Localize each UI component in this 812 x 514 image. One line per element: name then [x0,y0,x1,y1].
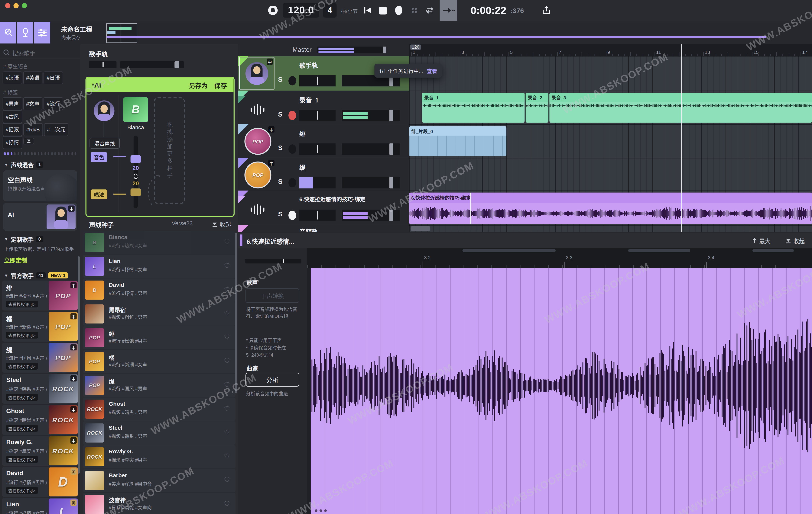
singer-card-缇[interactable]: 缇#流行 #国风 #男声 #查看授权许可>POP中 [2,343,78,372]
filter-tag[interactable]: #摇滚 [3,123,22,136]
editor-scrollbar-segment[interactable] [463,249,556,252]
skip-to-start-icon[interactable] [362,5,373,16]
maximize-window-button[interactable] [22,3,27,8]
singer-track-avatar[interactable]: 中 [239,57,274,89]
filter-tag[interactable]: #流行 [44,97,63,110]
notification-view-link[interactable]: 查看 [427,67,437,74]
license-link[interactable]: 查看授权许可> [6,363,38,370]
record-arm-button[interactable] [288,111,296,120]
language-tag[interactable]: #汉语 [3,71,22,84]
favorite-heart-icon[interactable]: ♡ [224,381,230,389]
metronome-icon[interactable] [267,5,279,16]
volume-slider[interactable] [342,210,400,221]
link-values-icon[interactable] [133,173,139,180]
project-name[interactable]: 未命名工程 [61,24,92,33]
volume-handle[interactable] [389,144,393,155]
close-window-button[interactable] [5,3,10,8]
favorite-heart-icon[interactable]: ♡ [224,405,230,413]
seeds-scrollbar[interactable] [235,233,237,393]
favorite-heart-icon[interactable]: ♡ [224,476,230,484]
master-fader-handle[interactable] [383,47,386,53]
license-link[interactable]: 查看授权许可> [6,394,38,401]
seed-avatar[interactable]: B [123,97,148,122]
add-seed-dropzone[interactable]: 拖拽添加更多种子 [154,97,185,204]
license-link[interactable]: 查看授权许可> [6,456,38,463]
microphone-tool-button[interactable] [17,22,33,43]
filter-tag[interactable]: #R&B [23,123,43,136]
playhead[interactable] [681,44,682,232]
minimize-window-button[interactable] [13,3,19,8]
voice-mix-section-header[interactable]: ▼ 声线混合 1 [4,160,76,169]
slider-handle[interactable] [174,61,179,68]
filter-tag[interactable]: #二次元 [44,123,68,136]
blank-voice-card[interactable]: 空白声线 拖拽以开始混合声线 [3,170,77,201]
singer-card-绯[interactable]: 绯#流行 #松弛 #男声 #查看授权许可>POP中 [2,280,78,310]
clip-purple[interactable]: 6.快速拉近感情的技巧-绑定 [409,192,812,224]
grid-dots-icon[interactable] [408,5,420,16]
track-header-6.快速拉近感情的技巧-绑定[interactable]: 6.快速拉近感情的技巧-绑定S [238,190,409,226]
singer-card-橘[interactable]: 橘#流行 #新潮 #女声 #查看授权许可>POP中 [2,311,78,341]
favorite-heart-icon[interactable]: ♡ [224,309,230,317]
solo-button[interactable]: S [278,144,283,152]
timbre-slider-handle[interactable] [130,155,141,163]
minimap-viewport[interactable] [106,23,137,43]
pan-slider[interactable] [299,75,336,86]
seed-item-Rowly G.[interactable]: ROCKRowly G.#摇滚 #厚实 #男声♡ [83,445,236,468]
mixer-sliders-button[interactable] [34,22,50,43]
license-link[interactable]: 查看授权许可> [6,487,38,494]
favorite-heart-icon[interactable]: ♡ [224,333,230,341]
seed-item-David[interactable]: DDavid#流行 #抒情 #男声♡ [83,278,236,302]
track-header-绯[interactable]: 绯POP中S [238,124,409,158]
seed-item-黑昂宿[interactable]: 黑昂宿#摇滚 #粗犷 #男声♡ [83,302,236,326]
seed-item-缇[interactable]: POP缇#流行 #国风 #男声♡ [83,374,236,397]
save-button[interactable]: 保存 [214,81,227,89]
favorite-heart-icon[interactable]: ♡ [224,286,230,294]
mix-balance-slider[interactable] [89,61,117,68]
singer-card-Rowly G.[interactable]: Rowly G.#摇滚 #厚实 #男声 #查看授权许可>ROCK中 [2,436,78,466]
mix-amount-slider[interactable] [120,61,184,68]
clip-rec2[interactable]: 录音_2 [526,93,548,123]
filter-tag[interactable]: #抒情 [3,136,22,149]
solo-button[interactable]: S [278,210,283,218]
stop-icon[interactable] [377,5,389,16]
record-arm-button[interactable] [288,76,296,85]
seed-item-Ghost[interactable]: ROCKGhost#摇滚 #暗黑 #男声♡ [83,397,236,421]
clip-rec1[interactable]: 录音_1 [422,93,524,123]
language-tag[interactable]: #英语 [23,71,42,84]
editor-zoom-slider[interactable] [245,259,301,264]
seed-item-Lien[interactable]: LLien#流行 #抒情 #女声♡ [83,255,236,278]
expand-tags-button[interactable] [23,138,34,144]
seed-item-Steel[interactable]: ROCKSteel#摇滚 #韩系 #男声♡ [83,421,236,445]
record-arm-button[interactable] [288,178,296,187]
record-icon[interactable] [393,5,404,16]
style-slider-handle[interactable] [130,188,141,196]
editor-scrollbar-segment[interactable] [752,249,794,252]
record-arm-button[interactable] [288,144,296,154]
seed-item-橘[interactable]: POP橘#流行 #新潮 #女声♡ [83,350,236,373]
track-avatar[interactable]: POP [244,161,271,188]
singer-card-Steel[interactable]: Steel#摇滚 #韩系 #男声 #查看授权许可>ROCK中 [2,374,78,404]
custom-singer-section-header[interactable]: ▼ 定制歌手 0 [4,235,76,243]
maximize-editor-button[interactable]: 最大 [752,237,771,245]
collapse-seeds-button[interactable]: 收起 [212,220,231,228]
pan-slider[interactable] [299,177,336,188]
solo-button[interactable]: S [278,178,283,185]
customize-now-link[interactable]: 立即定制 [4,256,76,264]
volume-handle[interactable] [389,210,393,221]
official-singer-section-header[interactable]: ▼ 官方歌手 41 NEW 1 [4,271,76,280]
license-link[interactable]: 查看授权许可> [6,425,38,432]
editor-scrollbar-segment[interactable] [628,249,690,252]
editor-ruler[interactable]: 3.23.33.4 [307,248,812,268]
seed-item-绯[interactable]: POP绯#流行 #松弛 #男声♡ [83,326,236,350]
mix-voice-avatar[interactable] [94,100,115,121]
favorite-heart-icon[interactable]: ♡ [224,452,230,460]
volume-slider[interactable] [342,177,400,188]
favorite-heart-icon[interactable]: ♡ [224,357,230,365]
volume-handle[interactable] [389,110,393,121]
singer-card-David[interactable]: David#流行 #抒情 #男声 #查看授权许可>D英 [2,467,78,497]
timeline-ruler[interactable]: 120 1357911131517 [409,44,812,57]
volume-slider[interactable] [342,110,400,121]
loop-icon[interactable] [424,5,435,16]
favorite-heart-icon[interactable]: ♡ [224,428,230,436]
license-link[interactable]: 查看授权许可> [6,301,38,307]
